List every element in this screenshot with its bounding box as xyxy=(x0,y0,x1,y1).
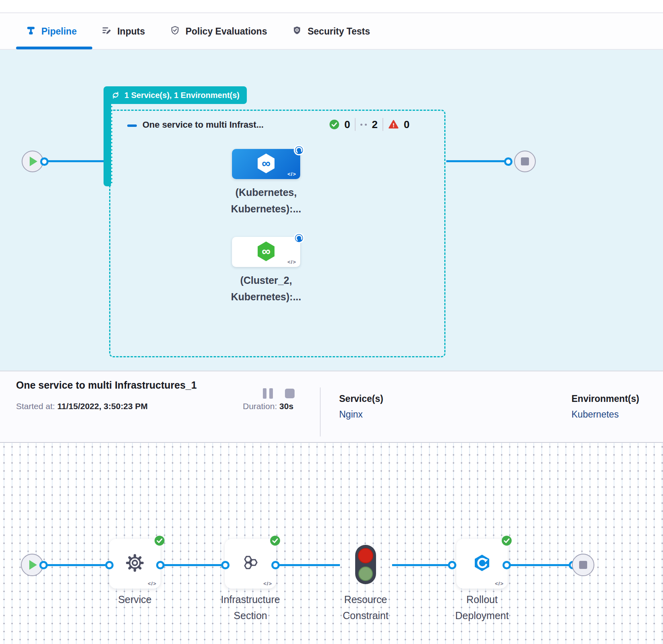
step-rollout-deployment[interactable]: </> xyxy=(456,539,508,589)
harness-cluster-icon: ∞ xyxy=(255,240,277,264)
divider xyxy=(355,118,356,131)
execution-title: One service to multi Infrastructures_1 xyxy=(16,379,197,391)
connector-dot xyxy=(448,561,456,569)
step-service[interactable]: </> xyxy=(109,539,161,589)
deploy-node-cluster2[interactable]: ∞ </> xyxy=(232,237,300,267)
svg-text:∞: ∞ xyxy=(262,156,270,169)
code-badge: </> xyxy=(263,581,272,587)
tab-label: Security Tests xyxy=(307,26,370,37)
step-resource-constraint traffic-light-icon[interactable] xyxy=(355,545,376,584)
tab-label: Inputs xyxy=(117,26,145,37)
execution-tabbar: Pipeline Inputs Policy Evaluations xyxy=(0,14,663,50)
play-icon xyxy=(29,560,37,570)
running-spinner-icon xyxy=(293,144,305,158)
execution-details-bar: One service to multi Infrastructures_1 S… xyxy=(0,371,663,443)
step-label-rollout-deployment: Rollout Deployment xyxy=(430,591,534,624)
pending-status-icon xyxy=(360,124,367,126)
traffic-light-green xyxy=(358,567,373,581)
stage-group-title: One service to multi Infrast... xyxy=(142,120,264,130)
services-label: Service(s) xyxy=(339,393,383,404)
step-infrastructure-section[interactable]: </> xyxy=(225,539,276,589)
pipeline-end-node xyxy=(514,151,536,172)
stage-status-counts: 0 2 0 xyxy=(329,118,409,131)
window-top-strip xyxy=(0,0,663,13)
pause-button[interactable] xyxy=(263,388,273,399)
services-environments-badge[interactable]: 1 Service(s), 1 Environment(s) xyxy=(104,86,247,104)
play-icon xyxy=(30,157,37,166)
loop-icon xyxy=(111,90,120,100)
tab-label: Pipeline xyxy=(41,26,77,37)
running-spinner-icon xyxy=(293,232,305,246)
tab-label: Policy Evaluations xyxy=(185,26,267,37)
harness-service-icon: ∞ xyxy=(255,152,277,176)
gear-icon xyxy=(125,553,144,574)
success-check-icon xyxy=(270,535,281,546)
security-shield-icon xyxy=(292,25,302,38)
inputs-icon xyxy=(102,25,112,38)
hexagons-icon xyxy=(241,553,260,574)
multi-deploy-stage-group: One service to multi Infrast... 0 2 0 xyxy=(109,110,445,357)
environments-block: Environment(s) Kubernetes xyxy=(571,393,639,420)
connector-dot xyxy=(271,561,280,569)
failed-count: 0 xyxy=(404,118,409,131)
rollout-icon xyxy=(472,553,492,574)
pipeline-stage-canvas: One service to multi Infrast... 0 2 0 xyxy=(0,50,663,371)
stop-icon xyxy=(579,561,587,569)
failed-status-icon xyxy=(388,119,399,130)
deploy-node-kubernetes[interactable]: ∞ </> xyxy=(232,149,300,179)
environment-link-kubernetes[interactable]: Kubernetes xyxy=(571,409,639,420)
environments-label: Environment(s) xyxy=(571,393,639,404)
connector-dot xyxy=(105,561,114,569)
execution-end-node xyxy=(572,554,594,576)
success-check-icon xyxy=(154,535,165,546)
success-check-icon xyxy=(501,535,512,546)
divider xyxy=(320,387,321,436)
connector-dot xyxy=(504,157,513,166)
step-label-infrastructure-section: Infrastructure Section xyxy=(198,591,303,624)
step-label-service: Service xyxy=(83,591,187,607)
services-block: Service(s) Nginx xyxy=(339,393,383,420)
tab-inputs[interactable]: Inputs xyxy=(102,25,145,38)
service-link-nginx[interactable]: Nginx xyxy=(339,409,383,420)
flow-line-right xyxy=(446,160,508,162)
collapse-group-button[interactable] xyxy=(127,124,137,127)
started-at: Started at: 11/15/2022, 3:50:23 PM xyxy=(16,401,148,411)
svg-text:∞: ∞ xyxy=(262,244,270,257)
badge-label: 1 Service(s), 1 Environment(s) xyxy=(124,91,240,100)
active-tab-underline xyxy=(16,47,92,49)
connector-dot xyxy=(502,561,511,569)
step-execution-canvas: </> Service </> Infrastructure Section xyxy=(0,443,663,644)
divider xyxy=(382,118,383,131)
connector-dot xyxy=(40,157,49,166)
abort-button[interactable] xyxy=(285,389,295,398)
success-status-icon xyxy=(329,119,340,130)
stop-icon xyxy=(521,157,529,165)
deploy-node-label: (Cluster_2, Kubernetes):... xyxy=(214,272,318,305)
tab-policy-evaluations[interactable]: Policy Evaluations xyxy=(170,25,267,38)
code-badge: </> xyxy=(287,259,296,265)
traffic-light-red xyxy=(358,548,373,563)
code-badge: </> xyxy=(148,581,157,587)
success-count: 0 xyxy=(344,118,350,131)
policy-shield-icon xyxy=(170,25,180,38)
flow-line-a xyxy=(44,564,340,566)
connector-dot xyxy=(221,561,230,569)
deploy-node-label: (Kubernetes, Kubernetes):... xyxy=(214,184,318,217)
duration: Duration: 30s xyxy=(243,401,293,411)
connector-dot xyxy=(39,561,48,569)
code-badge: </> xyxy=(495,581,504,587)
pending-count: 2 xyxy=(372,118,377,131)
code-badge: </> xyxy=(287,171,296,177)
pipeline-icon xyxy=(26,25,36,38)
step-label-resource-constraint: Resource Constraint xyxy=(313,591,418,624)
tab-pipeline[interactable]: Pipeline xyxy=(26,25,77,38)
flow-line-left xyxy=(45,160,110,162)
tab-security-tests[interactable]: Security Tests xyxy=(292,25,370,38)
connector-dot xyxy=(156,561,165,569)
